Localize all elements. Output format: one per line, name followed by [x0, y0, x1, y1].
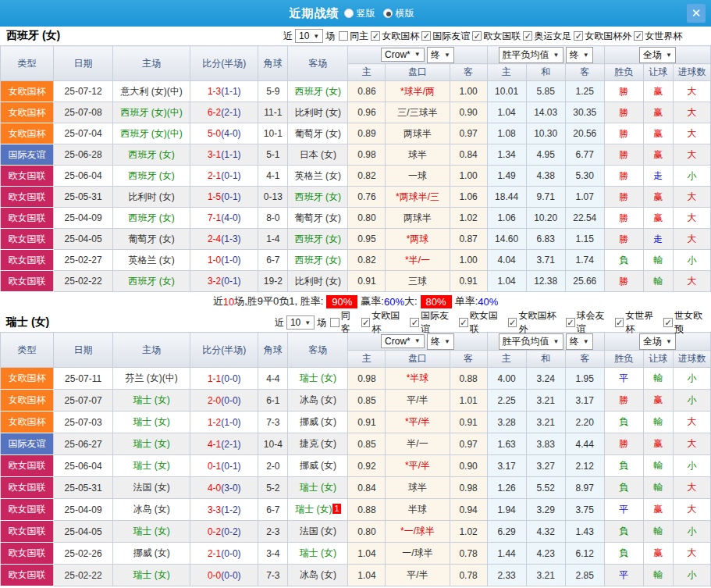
result-outcome: 平 [604, 499, 643, 521]
avg-draw-odds: 4.38 [526, 166, 565, 187]
avg-select[interactable]: 胜平负均值▼ [499, 333, 563, 350]
avg-draw-odds: 12.38 [526, 271, 565, 292]
competition-checkbox[interactable]: ✓女欧国杯 [360, 309, 408, 336]
avg-win-odds: 2.33 [487, 565, 526, 586]
sub-avg-draw: 和 [526, 351, 565, 368]
checkbox-label: 女世界杯 [625, 309, 661, 336]
avg-win-odds: 10.01 [487, 81, 526, 102]
avg-draw-odds: 3.27 [526, 455, 565, 477]
card-badge: 1 [332, 504, 340, 514]
recent-count-value: 10 [290, 317, 300, 328]
avg-lose-odds: 22.54 [565, 208, 604, 229]
handicap-away-odds: 0.97 [450, 433, 487, 455]
competition-checkbox[interactable]: ✓女欧国杯外 [572, 30, 631, 43]
competition-checkbox[interactable]: ✓女世界杯 [632, 30, 682, 43]
handicap-away-odds: 0.84 [450, 144, 487, 166]
same-venue-checkbox[interactable]: 同客 [329, 309, 359, 336]
competition-checkbox[interactable]: ✓世女欧预 [662, 309, 710, 336]
competition-checkbox[interactable]: ✓女欧国杯外 [507, 309, 563, 336]
fulltime-score: 1-0 [208, 255, 221, 265]
checkbox-checked-icon[interactable]: ✓ [615, 318, 624, 327]
handicap-home-odds: 0.91 [348, 412, 386, 433]
goals-outcome: 大 [673, 271, 710, 292]
avg-final-select[interactable]: 终▼ [566, 47, 593, 63]
score: 3-2(0-1) [190, 271, 258, 292]
handicap-outcome: 赢 [643, 499, 673, 521]
away-team: 挪威 (女) [288, 412, 348, 433]
handicap-away-odds: 1.02 [450, 521, 487, 543]
score: 0-1(0-1) [190, 455, 258, 477]
recent-count-select[interactable]: 10▼ [295, 29, 323, 43]
checkbox-unchecked-icon[interactable] [339, 31, 348, 41]
recent-count-select[interactable]: 10▼ [286, 315, 315, 330]
chevron-down-icon: ▼ [583, 338, 589, 345]
match-date: 25-04-09 [54, 499, 113, 521]
match-row: 国际友谊25-06-28西班牙 (女)3-1(1-1)5-1日本 (女)0.98… [1, 144, 711, 166]
competition-checkbox[interactable]: ✓女欧国杯 [369, 30, 419, 43]
odds-final-select[interactable]: 终▼ [427, 47, 454, 63]
score: 5-0(4-0) [190, 123, 258, 144]
avg-select[interactable]: 胜平负均值▼ [499, 47, 563, 63]
corner-score: 1-4 [258, 229, 288, 250]
chevron-down-icon: ▼ [414, 51, 421, 58]
corner-score: 6-7 [258, 250, 288, 271]
radio-selected-icon[interactable] [383, 9, 393, 18]
odds-final-select[interactable]: 终▼ [427, 333, 454, 350]
summary-part: 单率: [455, 294, 478, 308]
match-row: 欧女国联25-02-22瑞士 (女)0-0(0-0)7-3冰岛 (女)1.04平… [1, 565, 711, 586]
sub-away-odds: 客 [450, 64, 487, 81]
checkbox-checked-icon[interactable]: ✓ [361, 318, 371, 327]
competition-badge: 女欧国杯 [1, 412, 54, 433]
checkbox-checked-icon[interactable]: ✓ [459, 318, 468, 327]
checkbox-checked-icon[interactable]: ✓ [566, 318, 575, 327]
odds-company-select[interactable]: Crow*▼ [381, 334, 425, 348]
checkbox-checked-icon[interactable]: ✓ [421, 31, 431, 41]
competition-checkbox[interactable]: ✓球会友谊 [564, 309, 613, 336]
scope-select[interactable]: 全场▼ [639, 333, 676, 350]
match-row: 欧女国联25-04-05瑞士 (女)0-2(0-2)2-3法国 (女)0.80*… [1, 521, 711, 543]
avg-draw-odds: 4.95 [526, 144, 565, 166]
competition-checkbox[interactable]: ✓欧女国联 [471, 30, 521, 43]
avg-draw-odds: 5.85 [526, 81, 565, 102]
checkbox-label: 欧女国联 [470, 309, 506, 336]
radio-unselected-icon[interactable] [344, 9, 354, 18]
recent-label: 近 [275, 316, 284, 330]
score: 3-1(1-1) [190, 144, 258, 166]
halftime-score: (0-1) [221, 170, 240, 181]
same-venue-checkbox[interactable]: 同主 [337, 30, 368, 43]
avg-win-odds: 3.28 [487, 412, 526, 433]
checkbox-checked-icon[interactable]: ✓ [371, 31, 380, 41]
checkbox-checked-icon[interactable]: ✓ [574, 31, 583, 41]
checkbox-checked-icon[interactable]: ✓ [472, 31, 482, 41]
record-summary: 近10场,胜9平0负1, 胜率:90%赢率:60% 大:80%单率:40% [0, 292, 711, 311]
competition-checkbox[interactable]: ✓国际友谊 [408, 309, 457, 336]
checkbox-checked-icon[interactable]: ✓ [634, 31, 643, 41]
competition-checkbox[interactable]: ✓欧女国联 [457, 309, 506, 336]
competition-checkbox[interactable]: ✓奥运女足 [521, 30, 571, 43]
away-team: 西班牙 (女) [288, 250, 348, 271]
checkbox-label: 球会友谊 [577, 309, 613, 336]
close-icon[interactable]: ✕ [687, 4, 706, 23]
checkbox-checked-icon[interactable]: ✓ [410, 318, 419, 327]
competition-checkbox[interactable]: ✓女世界杯 [613, 309, 662, 336]
goals-outcome: 大 [673, 499, 710, 521]
handicap-away-odds: 0.78 [450, 543, 487, 565]
checkbox-checked-icon[interactable]: ✓ [523, 31, 532, 41]
chevron-down-icon: ▼ [583, 52, 589, 59]
radio-horizontal-layout[interactable]: 横版 [383, 7, 414, 20]
handicap-line: *半/一 [386, 250, 450, 271]
score: 0-2(0-2) [190, 521, 258, 543]
away-team: 葡萄牙 (女) [288, 208, 348, 229]
checkbox-checked-icon[interactable]: ✓ [508, 318, 517, 327]
checkbox-unchecked-icon[interactable] [330, 318, 340, 327]
odds-company-select[interactable]: Crow*▼ [381, 48, 425, 62]
corner-score: 0-13 [258, 187, 288, 208]
fulltime-score: 2-4 [208, 233, 221, 244]
match-row: 女欧国杯25-07-03瑞士 (女)1-2(1-0)7-3挪威 (女)0.91*… [1, 412, 711, 433]
avg-final-select[interactable]: 终▼ [566, 333, 593, 350]
competition-checkbox[interactable]: ✓国际友谊 [420, 30, 470, 43]
checkbox-checked-icon[interactable]: ✓ [663, 318, 673, 327]
radio-vertical-layout[interactable]: 竖版 [344, 7, 375, 20]
scope-select[interactable]: 全场▼ [639, 47, 676, 63]
match-date: 25-07-12 [54, 81, 113, 102]
